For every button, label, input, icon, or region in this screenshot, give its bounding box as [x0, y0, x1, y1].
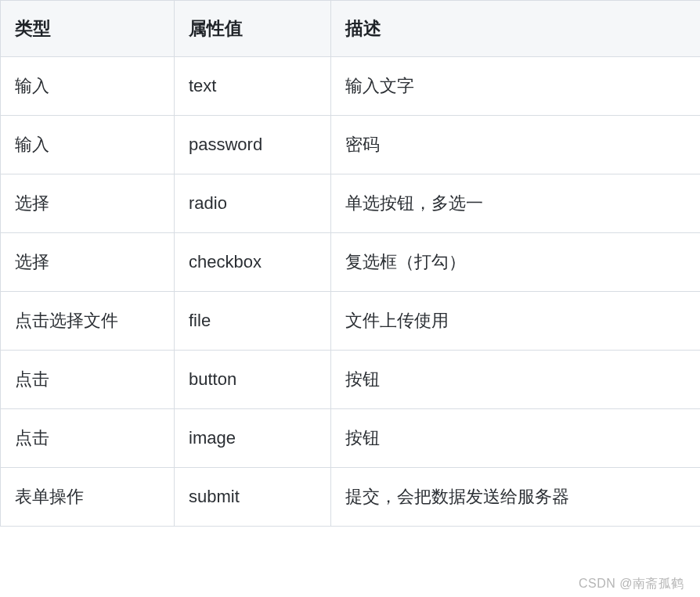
table-row: 表单操作 submit 提交，会把数据发送给服务器 — [1, 468, 701, 527]
cell-type: 点击选择文件 — [1, 292, 175, 351]
cell-attr: radio — [175, 174, 331, 233]
cell-attr: image — [175, 409, 331, 468]
cell-attr: file — [175, 292, 331, 351]
header-type: 类型 — [1, 1, 175, 57]
cell-desc: 提交，会把数据发送给服务器 — [331, 468, 701, 527]
cell-desc: 按钮 — [331, 409, 701, 468]
cell-attr: checkbox — [175, 233, 331, 292]
table-row: 点击 image 按钮 — [1, 409, 701, 468]
table-row: 选择 radio 单选按钮，多选一 — [1, 174, 701, 233]
header-desc: 描述 — [331, 1, 701, 57]
table-row: 选择 checkbox 复选框（打勾） — [1, 233, 701, 292]
watermark: CSDN @南斋孤鹤 — [579, 576, 684, 592]
cell-attr: button — [175, 351, 331, 409]
cell-type: 选择 — [1, 233, 175, 292]
cell-attr: text — [175, 57, 331, 116]
cell-desc: 文件上传使用 — [331, 292, 701, 351]
table-row: 输入 text 输入文字 — [1, 57, 701, 116]
cell-type: 选择 — [1, 174, 175, 233]
input-type-table: 类型 属性值 描述 输入 text 输入文字 输入 password 密码 选择… — [0, 0, 700, 527]
table-row: 输入 password 密码 — [1, 116, 701, 174]
cell-type: 点击 — [1, 409, 175, 468]
cell-desc: 按钮 — [331, 351, 701, 409]
cell-type: 输入 — [1, 57, 175, 116]
header-attr: 属性值 — [175, 1, 331, 57]
cell-desc: 输入文字 — [331, 57, 701, 116]
cell-type: 表单操作 — [1, 468, 175, 527]
cell-desc: 复选框（打勾） — [331, 233, 701, 292]
table-row: 点击 button 按钮 — [1, 351, 701, 409]
cell-attr: password — [175, 116, 331, 174]
cell-attr: submit — [175, 468, 331, 527]
cell-desc: 单选按钮，多选一 — [331, 174, 701, 233]
cell-type: 点击 — [1, 351, 175, 409]
table-row: 点击选择文件 file 文件上传使用 — [1, 292, 701, 351]
cell-type: 输入 — [1, 116, 175, 174]
table-header-row: 类型 属性值 描述 — [1, 1, 701, 57]
cell-desc: 密码 — [331, 116, 701, 174]
